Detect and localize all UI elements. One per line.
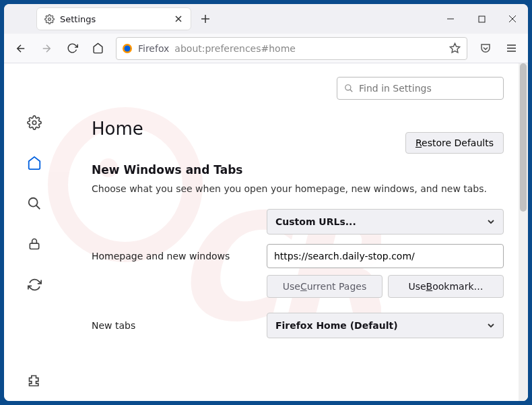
close-tab-icon[interactable] <box>173 13 184 24</box>
gear-icon <box>44 13 55 24</box>
svg-point-3 <box>125 45 131 51</box>
browser-window: Settings <box>4 4 528 401</box>
newtabs-select[interactable]: Firefox Home (Default) <box>267 313 504 338</box>
main-panel: Home Restore Defaults New Windows and Ta… <box>65 63 528 401</box>
svg-point-9 <box>29 198 38 207</box>
urlbar-url: about:preferences#home <box>174 43 442 54</box>
maximize-button[interactable] <box>466 4 497 34</box>
newtabs-label: New tabs <box>92 320 257 331</box>
sidebar-sync[interactable] <box>22 272 46 297</box>
chevron-down-icon <box>487 321 495 330</box>
chevron-down-icon <box>487 218 495 226</box>
nav-toolbar: Firefox about:preferences#home <box>4 34 528 63</box>
url-bar[interactable]: Firefox about:preferences#home <box>116 37 467 60</box>
section-title: New Windows and Tabs <box>92 163 504 177</box>
settings-search[interactable] <box>337 77 504 100</box>
use-bookmark-button[interactable]: Use Bookmark… <box>388 275 504 298</box>
svg-point-8 <box>32 121 36 125</box>
forward-button[interactable] <box>35 37 58 60</box>
section-description: Choose what you see when you open your h… <box>92 183 504 194</box>
sidebar-search[interactable] <box>22 191 46 216</box>
use-current-pages-button[interactable]: Use Current Pages <box>267 275 383 298</box>
sidebar-general[interactable] <box>22 111 46 135</box>
sidebar-home[interactable] <box>22 151 46 175</box>
homepage-label: Homepage and new windows <box>92 251 257 261</box>
svg-rect-10 <box>30 243 38 249</box>
settings-sidebar <box>4 63 65 401</box>
minimize-button[interactable] <box>435 4 466 34</box>
svg-rect-1 <box>479 16 485 22</box>
homepage-mode-select[interactable]: Custom URLs... <box>267 209 504 235</box>
svg-point-0 <box>48 18 51 20</box>
restore-defaults-button[interactable]: Restore Defaults <box>405 132 504 154</box>
urlbar-identity: Firefox <box>138 43 169 54</box>
search-icon <box>344 84 354 93</box>
svg-marker-4 <box>450 43 459 52</box>
new-tab-button[interactable] <box>195 9 215 29</box>
reload-button[interactable] <box>61 37 84 60</box>
home-button[interactable] <box>86 37 109 60</box>
browser-tab[interactable]: Settings <box>36 7 191 30</box>
newtabs-value: Firefox Home (Default) <box>275 320 398 331</box>
tab-title: Settings <box>60 14 168 24</box>
bookmark-star-icon[interactable] <box>448 42 461 55</box>
settings-search-input[interactable] <box>359 83 496 94</box>
homepage-url-input[interactable] <box>267 244 504 268</box>
sidebar-privacy[interactable] <box>22 232 46 256</box>
close-window-button[interactable] <box>497 4 528 34</box>
app-menu-button[interactable] <box>500 37 523 60</box>
homepage-mode-value: Custom URLs... <box>275 216 356 227</box>
sidebar-extensions[interactable] <box>22 369 46 393</box>
back-button[interactable] <box>9 37 32 60</box>
content-area: CR <box>4 63 528 401</box>
pocket-button[interactable] <box>474 37 497 60</box>
svg-point-11 <box>345 85 351 90</box>
titlebar: Settings <box>4 4 528 34</box>
firefox-icon <box>122 43 133 54</box>
